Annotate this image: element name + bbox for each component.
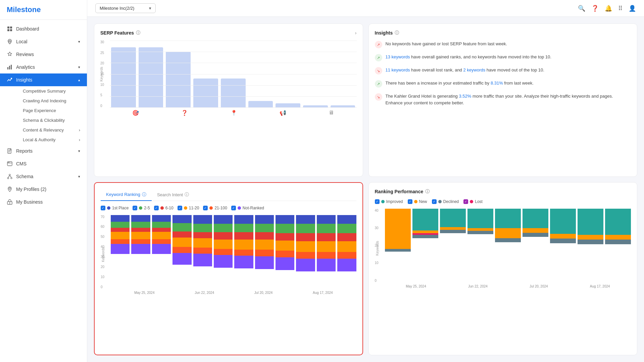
stacked-bar xyxy=(172,215,191,289)
svg-point-21 xyxy=(9,188,11,190)
insight-item-4: ↘ The Kahler Grand Hotel is generating 3… xyxy=(375,93,631,106)
sidebar: Milestone Dashboard Local ▾ Reviews xyxy=(0,0,87,362)
serp-icon-1: ❓ xyxy=(181,110,188,116)
stacked-bar xyxy=(276,215,294,289)
rp-bar xyxy=(578,209,603,282)
serp-bar xyxy=(166,52,191,108)
legend-2-5: ✓ 2-5 xyxy=(133,206,150,210)
legend-new: ✓ New xyxy=(408,199,427,204)
svg-line-19 xyxy=(8,175,10,177)
serp-bar xyxy=(193,79,218,108)
sub-nav: Competitive Summary Crawling And Indexin… xyxy=(0,86,87,145)
chevron-down-icon: ▾ xyxy=(78,149,80,153)
insights-card: Insights ⓘ ↗ No keywords have gained or … xyxy=(368,23,638,177)
svg-point-18 xyxy=(11,177,12,179)
stacked-bar xyxy=(337,215,356,289)
stacked-bar xyxy=(214,215,233,289)
rp-bar xyxy=(605,209,631,282)
sidebar-item-insights[interactable]: Insights ▴ xyxy=(0,73,87,86)
search-icon[interactable]: 🔍 xyxy=(578,5,585,12)
logo-text: Milestone xyxy=(7,5,41,14)
stacked-bar xyxy=(111,215,130,289)
keyword-ranking-card: Keyword Ranking ⓘ Search Intent ⓘ ✓ 1st … xyxy=(94,182,363,356)
sidebar-item-cms[interactable]: CMS xyxy=(0,157,87,170)
sidebar-item-my-business[interactable]: My Business xyxy=(0,196,87,208)
topbar: Milestone Inc(2/2) ▾ 🔍 ❓ 🔔 ⠿ 👤 xyxy=(87,0,644,17)
svg-point-15 xyxy=(9,162,9,163)
sidebar-item-reports[interactable]: Reports ▾ xyxy=(0,145,87,157)
svg-line-20 xyxy=(10,175,11,177)
sub-nav-crawling-indexing[interactable]: Crawling And Indexing xyxy=(16,96,87,106)
insight-item-1: ↗ 13 keywords have overall gained ranks,… xyxy=(375,54,631,61)
tab-search-intent[interactable]: Search Intent ⓘ xyxy=(152,189,194,201)
sub-nav-competitive-summary[interactable]: Competitive Summary xyxy=(16,86,87,96)
sub-nav-local-authority[interactable]: Local & Authority › xyxy=(16,135,87,145)
legend-not-ranked: ✓ Not-Ranked xyxy=(231,206,264,210)
info-icon[interactable]: ⓘ xyxy=(136,30,140,36)
company-selector[interactable]: Milestone Inc(2/2) ▾ xyxy=(95,3,156,13)
svg-point-17 xyxy=(7,177,9,179)
sidebar-item-label: CMS xyxy=(16,161,27,166)
help-icon[interactable]: ❓ xyxy=(591,5,599,12)
rp-bar xyxy=(440,209,466,282)
serp-bar xyxy=(276,103,300,108)
serp-bar xyxy=(139,47,163,108)
info-icon[interactable]: ⓘ xyxy=(425,189,430,195)
apps-icon[interactable]: ⠿ xyxy=(618,5,623,12)
user-icon[interactable]: 👤 xyxy=(629,5,636,12)
legend-declined: ✓ Declined xyxy=(432,199,459,204)
insights-title: Insights ⓘ xyxy=(375,30,631,36)
svg-rect-1 xyxy=(10,27,12,29)
sub-nav-content-relevancy[interactable]: Content & Relevancy › xyxy=(16,125,87,135)
tab-row: Keyword Ranking ⓘ Search Intent ⓘ xyxy=(101,189,356,201)
insight-dot-red-2: ↘ xyxy=(375,67,382,74)
stacked-bar xyxy=(234,215,253,289)
sidebar-item-analytics[interactable]: Analytics ▾ xyxy=(0,61,87,73)
sub-nav-page-experience[interactable]: Page Experience xyxy=(16,106,87,115)
sidebar-item-schema[interactable]: Schema ▾ xyxy=(0,170,87,183)
rp-bar xyxy=(523,209,548,282)
sidebar-item-reviews[interactable]: Reviews xyxy=(0,48,87,61)
sub-nav-schema-clickability[interactable]: Schema & Clickability xyxy=(16,115,87,125)
rp-bar xyxy=(495,209,521,282)
serp-bar xyxy=(111,47,136,108)
x-labels-row: May 25, 2024 Jun 22, 2024 Jul 20, 2024 A… xyxy=(111,291,356,295)
sidebar-item-label: Dashboard xyxy=(16,26,39,32)
stacked-bar xyxy=(193,215,212,289)
insight-text-3: There has been a increase in your estima… xyxy=(386,80,534,87)
serp-bar xyxy=(248,101,273,108)
stacked-bar xyxy=(317,215,336,289)
serp-features-card: SERP Features ⓘ › Keywords 0 5 10 15 20 … xyxy=(94,23,363,177)
serp-bars xyxy=(110,41,357,108)
svg-point-4 xyxy=(9,41,11,42)
chevron-right-icon: › xyxy=(79,127,80,133)
info-icon[interactable]: ⓘ xyxy=(142,192,146,198)
location2-icon xyxy=(7,186,13,192)
star-icon xyxy=(7,51,13,57)
insight-text-2: 11 keywords have overall lost rank, and … xyxy=(386,67,544,73)
sidebar-item-local[interactable]: Local ▾ xyxy=(0,35,87,48)
topbar-actions: 🔍 ❓ 🔔 ⠿ 👤 xyxy=(578,5,636,12)
serp-icon-4: 🖥 xyxy=(329,110,334,116)
svg-rect-0 xyxy=(7,27,9,29)
info-icon[interactable]: ⓘ xyxy=(185,192,189,198)
sidebar-item-label: Insights xyxy=(16,77,32,83)
business-icon xyxy=(7,199,13,205)
notification-icon[interactable]: 🔔 xyxy=(605,5,612,12)
insight-dot-green: ↗ xyxy=(375,54,382,61)
sidebar-item-label: Reports xyxy=(16,148,33,154)
location-icon xyxy=(7,39,13,45)
grid-icon xyxy=(7,26,13,32)
svg-point-16 xyxy=(9,174,10,175)
sidebar-item-dashboard[interactable]: Dashboard xyxy=(0,22,87,35)
sidebar-item-my-profiles[interactable]: My Profiles (2) xyxy=(0,183,87,196)
stacked-bar xyxy=(131,215,150,289)
tab-keyword-ranking[interactable]: Keyword Ranking ⓘ xyxy=(101,189,152,201)
sidebar-item-label: Analytics xyxy=(16,64,35,70)
insight-text-4: The Kahler Grand Hotel is generating 3.5… xyxy=(386,93,631,106)
rp-bar xyxy=(467,209,493,282)
sidebar-item-label: My Business xyxy=(16,199,43,205)
arrow-right-icon[interactable]: › xyxy=(355,30,357,36)
info-icon[interactable]: ⓘ xyxy=(395,30,399,36)
y-axis: Keywords 0 5 10 15 20 25 30 xyxy=(100,41,110,108)
